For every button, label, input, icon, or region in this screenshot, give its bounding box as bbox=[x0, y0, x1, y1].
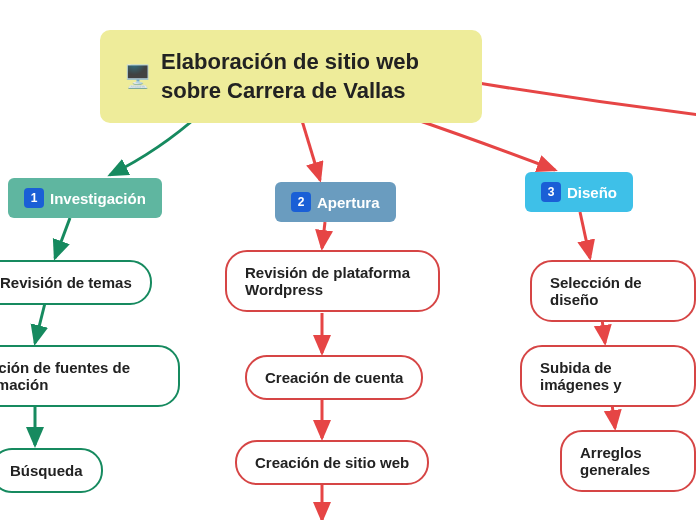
leaf-revision-temas[interactable]: Revisión de temas bbox=[0, 260, 152, 305]
root-node[interactable]: 🖥️ Elaboración de sitio web sobre Carrer… bbox=[100, 30, 482, 123]
badge-1: 1 bbox=[24, 188, 44, 208]
leaf-label: Subida de imágenes y bbox=[540, 359, 622, 393]
branch-apertura[interactable]: 2 Apertura bbox=[275, 182, 396, 222]
leaf-arreglos[interactable]: Arreglos generales bbox=[560, 430, 696, 492]
leaf-busqueda[interactable]: Búsqueda bbox=[0, 448, 103, 493]
leaf-label: Búsqueda bbox=[10, 462, 83, 479]
leaf-label: Revisión de temas bbox=[0, 274, 132, 291]
branch-investigacion[interactable]: 1 Investigación bbox=[8, 178, 162, 218]
leaf-seleccion-diseno[interactable]: Selección de diseño bbox=[530, 260, 696, 322]
leaf-label: Revisión de plataforma Wordpress bbox=[245, 264, 410, 298]
leaf-creacion-cuenta[interactable]: Creación de cuenta bbox=[245, 355, 423, 400]
root-title: Elaboración de sitio web sobre Carrera d… bbox=[161, 48, 454, 105]
leaf-subida-imagenes[interactable]: Subida de imágenes y bbox=[520, 345, 696, 407]
badge-2: 2 bbox=[291, 192, 311, 212]
leaf-label: Arreglos generales bbox=[580, 444, 650, 478]
leaf-label: cción de fuentes de rmación bbox=[0, 359, 130, 393]
branch-diseno[interactable]: 3 Diseño bbox=[525, 172, 633, 212]
leaf-label: Creación de cuenta bbox=[265, 369, 403, 386]
leaf-label: Creación de sitio web bbox=[255, 454, 409, 471]
leaf-revision-wordpress[interactable]: Revisión de plataforma Wordpress bbox=[225, 250, 440, 312]
branch-label: Investigación bbox=[50, 190, 146, 207]
branch-label: Apertura bbox=[317, 194, 380, 211]
badge-3: 3 bbox=[541, 182, 561, 202]
computer-icon: 🖥️ bbox=[124, 64, 151, 90]
branch-label: Diseño bbox=[567, 184, 617, 201]
leaf-fuentes[interactable]: cción de fuentes de rmación bbox=[0, 345, 180, 407]
leaf-creacion-sitio[interactable]: Creación de sitio web bbox=[235, 440, 429, 485]
leaf-label: Selección de diseño bbox=[550, 274, 642, 308]
